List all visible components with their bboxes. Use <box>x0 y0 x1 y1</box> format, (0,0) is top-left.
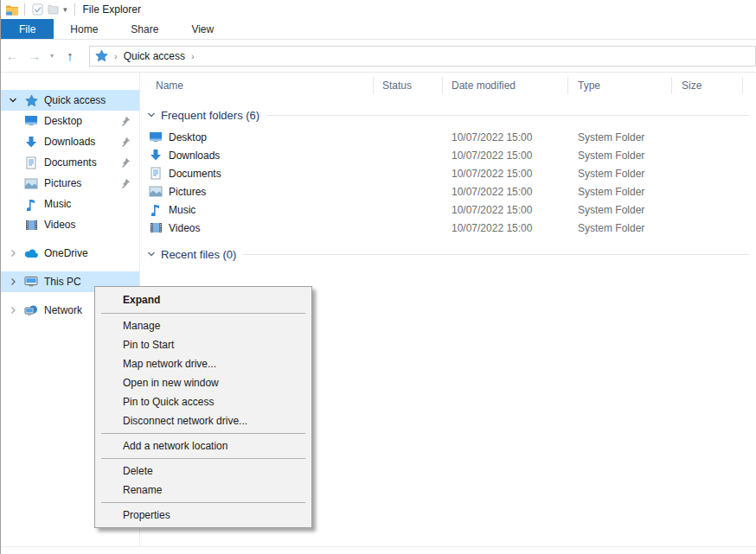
menu-separator <box>101 458 305 459</box>
column-headers: Name Status Date modified Type Size <box>140 74 756 97</box>
file-name: Pictures <box>169 186 206 198</box>
file-type: System Folder <box>568 186 672 198</box>
recent-locations-dropdown-icon[interactable]: ▾ <box>46 52 58 60</box>
chevron-down-icon[interactable] <box>147 111 156 119</box>
sidebar-item-label: Music <box>44 198 71 210</box>
documents-icon <box>149 167 163 181</box>
group-rule <box>243 254 749 255</box>
status-bar <box>1 546 756 554</box>
column-header-date-modified[interactable]: Date modified <box>443 77 568 94</box>
menu-item-map-network-drive[interactable]: Map network drive... <box>95 354 311 373</box>
file-name: Music <box>169 204 195 216</box>
sidebar-item-label: Network <box>44 304 82 316</box>
pin-icon <box>120 116 131 126</box>
menu-separator <box>101 433 305 434</box>
menu-item-disconnect-network-drive[interactable]: Disconnect network drive... <box>95 411 311 430</box>
back-arrow-icon[interactable]: ← <box>1 48 23 63</box>
sidebar-item-label: Documents <box>44 156 97 169</box>
onedrive-cloud-icon <box>24 246 38 260</box>
sidebar-item-desktop[interactable]: Desktop <box>1 111 139 131</box>
file-type: System Folder <box>568 168 672 180</box>
menu-item-properties[interactable]: Properties <box>95 506 311 525</box>
quick-access-star-icon <box>95 49 108 62</box>
this-pc-icon <box>24 275 38 289</box>
group-label: Recent files (0) <box>161 248 236 261</box>
sidebar-item-pictures[interactable]: Pictures <box>1 173 139 194</box>
pictures-icon <box>149 185 163 199</box>
window-title: File Explorer <box>83 3 141 16</box>
chevron-right-icon[interactable] <box>9 277 17 286</box>
pictures-icon <box>24 176 38 190</box>
sidebar-item-label: Quick access <box>44 94 106 106</box>
ribbon-tab-bar: File Home Share View <box>1 19 756 40</box>
videos-icon <box>24 218 38 232</box>
column-header-size[interactable]: Size <box>672 77 743 94</box>
sidebar-item-label: Downloads <box>44 136 95 148</box>
tab-view[interactable]: View <box>175 19 230 39</box>
file-name: Documents <box>169 168 221 180</box>
file-type: System Folder <box>568 131 672 143</box>
breadcrumb[interactable]: Quick access <box>124 50 185 62</box>
file-date: 10/07/2022 15:00 <box>443 186 568 198</box>
downloads-icon <box>149 149 163 162</box>
sidebar-item-videos[interactable]: Videos <box>1 214 139 235</box>
group-header-recent-files[interactable]: Recent files (0) <box>147 246 749 262</box>
file-row-music[interactable]: Music 10/07/2022 15:00 System Folder <box>140 201 756 219</box>
file-row-desktop[interactable]: Desktop 10/07/2022 15:00 System Folder <box>140 128 756 146</box>
column-header-type[interactable]: Type <box>568 77 672 94</box>
documents-icon <box>24 156 38 169</box>
menu-item-expand[interactable]: Expand <box>95 290 311 310</box>
menu-item-delete[interactable]: Delete <box>95 462 311 481</box>
file-type: System Folder <box>568 150 672 162</box>
pin-icon <box>120 137 131 147</box>
menu-item-pin-to-start[interactable]: Pin to Start <box>95 335 311 354</box>
forward-arrow-icon[interactable]: → <box>23 48 46 63</box>
file-explorer-logo-icon <box>4 3 20 16</box>
file-name: Desktop <box>169 131 207 143</box>
menu-item-add-a-network-location[interactable]: Add a network location <box>95 436 311 455</box>
sidebar-item-label: Desktop <box>44 115 82 127</box>
file-date: 10/07/2022 15:00 <box>443 150 568 162</box>
file-date: 10/07/2022 15:00 <box>443 168 568 180</box>
file-row-documents[interactable]: Documents 10/07/2022 15:00 System Folder <box>140 164 756 182</box>
tab-file[interactable]: File <box>1 19 54 39</box>
address-bar[interactable]: › Quick access › <box>89 46 756 67</box>
sidebar-item-label: This PC <box>44 276 81 288</box>
menu-item-manage[interactable]: Manage <box>95 316 311 335</box>
file-date: 10/07/2022 15:00 <box>443 204 568 216</box>
desktop-icon <box>149 131 163 144</box>
group-header-frequent-folders[interactable]: Frequent folders (6) <box>147 107 749 123</box>
context-menu: Expand Manage Pin to Start Map network d… <box>94 286 312 528</box>
sidebar-item-quick-access[interactable]: Quick access <box>1 90 139 111</box>
file-name: Downloads <box>169 150 220 162</box>
chevron-down-icon[interactable] <box>9 96 17 105</box>
sidebar-item-onedrive[interactable]: OneDrive <box>1 243 139 264</box>
music-icon <box>24 197 38 211</box>
chevron-right-icon[interactable] <box>9 249 17 258</box>
file-row-pictures[interactable]: Pictures 10/07/2022 15:00 System Folder <box>140 182 756 201</box>
sidebar-item-downloads[interactable]: Downloads <box>1 131 139 152</box>
titlebar-divider <box>24 3 25 16</box>
titlebar-divider <box>74 3 75 16</box>
file-date: 10/07/2022 15:00 <box>443 131 568 143</box>
sidebar-item-documents[interactable]: Documents <box>1 152 139 173</box>
column-header-status[interactable]: Status <box>374 77 443 94</box>
file-row-videos[interactable]: Videos 10/07/2022 15:00 System Folder <box>140 219 756 237</box>
quick-access-star-icon <box>24 93 38 107</box>
sidebar-item-music[interactable]: Music <box>1 194 139 214</box>
tab-share[interactable]: Share <box>114 19 175 39</box>
qat-new-folder-icon[interactable] <box>45 3 61 16</box>
chevron-right-icon[interactable] <box>9 306 17 315</box>
file-row-downloads[interactable]: Downloads 10/07/2022 15:00 System Folder <box>140 146 756 164</box>
qat-properties-icon[interactable] <box>29 3 45 16</box>
menu-item-open-in-new-window[interactable]: Open in new window <box>95 373 311 392</box>
up-arrow-icon[interactable]: ↑ <box>58 48 82 63</box>
column-header-name[interactable]: Name <box>140 77 374 94</box>
breadcrumb-chevron-icon[interactable]: › <box>191 51 195 61</box>
qat-customize-dropdown-icon[interactable]: ▾ <box>63 5 67 14</box>
menu-item-pin-to-quick-access[interactable]: Pin to Quick access <box>95 392 311 411</box>
menu-item-rename[interactable]: Rename <box>95 481 311 500</box>
breadcrumb-chevron-icon: › <box>114 51 118 61</box>
chevron-down-icon[interactable] <box>147 250 156 258</box>
tab-home[interactable]: Home <box>54 19 114 39</box>
